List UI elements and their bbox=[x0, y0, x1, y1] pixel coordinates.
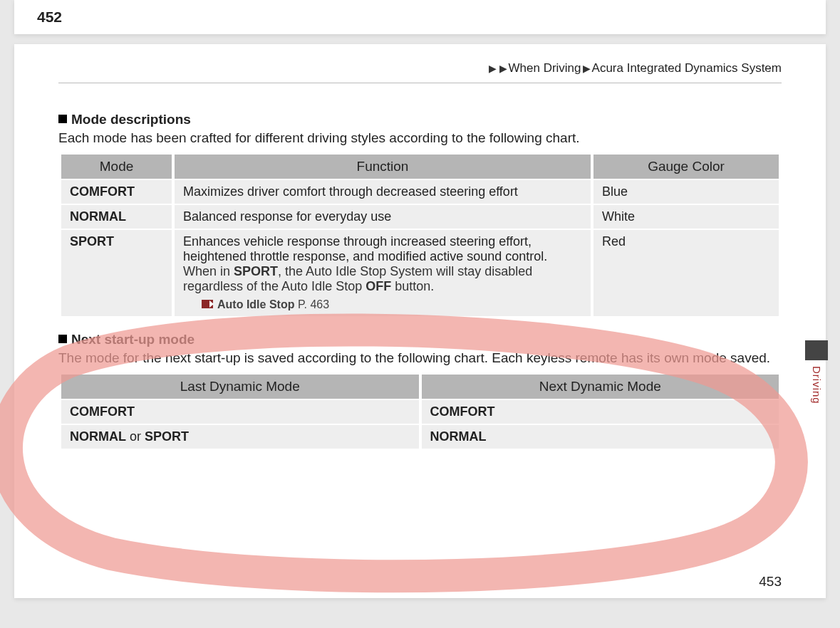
page-number-top: 452 bbox=[37, 9, 62, 25]
next-normal: NORMAL bbox=[422, 425, 779, 449]
table-row: SPORT Enhances vehicle response through … bbox=[61, 230, 779, 316]
breadcrumb-lvl1: When Driving bbox=[509, 61, 581, 75]
square-bullet-icon bbox=[58, 115, 67, 123]
col-gauge-color: Gauge Color bbox=[593, 155, 779, 179]
section1-desc: Each mode has been crafted for different… bbox=[58, 130, 782, 146]
sport-func-line1: Enhances vehicle response through increa… bbox=[183, 234, 547, 263]
sport-func-line2: When in SPORT, the Auto Idle Stop System… bbox=[183, 264, 582, 294]
table-header-row: Mode Function Gauge Color bbox=[61, 155, 779, 179]
color-comfort: Blue bbox=[593, 180, 779, 204]
table-header-row: Last Dynamic Mode Next Dynamic Mode bbox=[61, 375, 779, 399]
tab-label: Driving bbox=[811, 366, 823, 404]
mode-descriptions-table: Mode Function Gauge Color COMFORT Maximi… bbox=[58, 153, 782, 318]
link-text: Auto Idle Stop bbox=[217, 298, 294, 310]
section2-title-text: Next start-up mode bbox=[71, 332, 195, 347]
tab-marker-icon bbox=[805, 340, 828, 360]
section2-desc: The mode for the next start-up is saved … bbox=[58, 350, 782, 366]
section-tab: Driving bbox=[805, 340, 828, 404]
col-last-mode: Last Dynamic Mode bbox=[61, 375, 419, 399]
breadcrumb-lvl2: Acura Integrated Dynamics System bbox=[592, 61, 782, 75]
link-arrow-icon bbox=[202, 300, 213, 308]
col-function: Function bbox=[175, 155, 591, 179]
func-normal: Balanced response for everyday use bbox=[175, 205, 591, 229]
next-startup-table: Last Dynamic Mode Next Dynamic Mode COMF… bbox=[58, 373, 782, 450]
mode-sport: SPORT bbox=[61, 230, 172, 316]
last-comfort: COMFORT bbox=[61, 400, 419, 424]
chevron-right-icon: ▶ bbox=[489, 63, 497, 74]
func-sport: Enhances vehicle response through increa… bbox=[175, 230, 591, 316]
section1-title-text: Mode descriptions bbox=[71, 112, 191, 127]
table-row: NORMAL or SPORT NORMAL bbox=[61, 425, 779, 449]
func-comfort: Maximizes driver comfort through decreas… bbox=[175, 180, 591, 204]
manual-page: ▶▶When Driving▶Acura Integrated Dynamics… bbox=[14, 44, 826, 598]
chevron-right-icon: ▶ bbox=[583, 63, 591, 74]
cross-ref-link[interactable]: Auto Idle Stop P. 463 bbox=[183, 297, 582, 312]
color-sport: Red bbox=[593, 230, 779, 316]
mode-normal: NORMAL bbox=[61, 205, 172, 229]
section-title-next-startup: Next start-up mode bbox=[58, 332, 782, 347]
color-normal: White bbox=[593, 205, 779, 229]
table-row: COMFORT COMFORT bbox=[61, 400, 779, 424]
table-row: NORMAL Balanced response for everyday us… bbox=[61, 205, 779, 229]
table-row: COMFORT Maximizes driver comfort through… bbox=[61, 180, 779, 204]
section-title-mode-descriptions: Mode descriptions bbox=[58, 112, 782, 127]
col-mode: Mode bbox=[61, 155, 172, 179]
breadcrumb: ▶▶When Driving▶Acura Integrated Dynamics… bbox=[58, 61, 782, 83]
link-page-no: P. 463 bbox=[294, 298, 329, 310]
chevron-right-icon: ▶ bbox=[499, 63, 507, 74]
last-normal-sport: NORMAL or SPORT bbox=[61, 425, 419, 449]
square-bullet-icon bbox=[58, 335, 67, 343]
col-next-mode: Next Dynamic Mode bbox=[422, 375, 779, 399]
previous-page-stub: 452 bbox=[14, 0, 826, 34]
mode-comfort: COMFORT bbox=[61, 180, 172, 204]
next-comfort: COMFORT bbox=[422, 400, 779, 424]
page-number: 453 bbox=[759, 574, 782, 590]
